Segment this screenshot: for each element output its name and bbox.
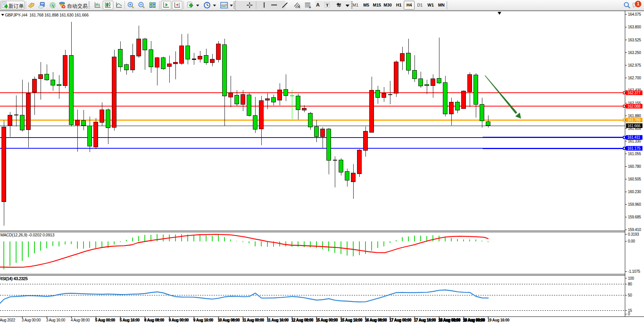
svg-text:159.685: 159.685 <box>628 215 641 219</box>
svg-text:163.250: 163.250 <box>628 51 641 55</box>
svg-text:T: T <box>326 3 329 7</box>
svg-text:159.410: 159.410 <box>628 228 641 232</box>
svg-text:162.975: 162.975 <box>628 63 641 67</box>
svg-text:162.700: 162.700 <box>628 76 641 80</box>
svg-text:161.666: 161.666 <box>628 124 641 128</box>
svg-text:50: 50 <box>628 293 632 297</box>
svg-text:162.088: 162.088 <box>628 104 641 108</box>
svg-text:163.800: 163.800 <box>628 25 641 29</box>
svg-text:160.505: 160.505 <box>628 177 641 181</box>
svg-text:80: 80 <box>628 282 632 286</box>
svg-text:9 Aug 16:00: 9 Aug 16:00 <box>193 318 213 322</box>
svg-text:18 Aug 08:00: 18 Aug 08:00 <box>438 318 460 322</box>
svg-text:11 Aug 00:00: 11 Aug 00:00 <box>242 318 264 322</box>
svg-text:19 Aug 16:00: 19 Aug 16:00 <box>487 318 510 322</box>
svg-text:-1.1075: -1.1075 <box>628 269 641 274</box>
svg-text:0: 0 <box>628 312 630 316</box>
svg-text:162.377: 162.377 <box>628 91 641 95</box>
svg-text:164.075: 164.075 <box>628 12 641 16</box>
svg-text:15 Aug 16:00: 15 Aug 16:00 <box>340 318 362 322</box>
svg-text:5 Aug 16:00: 5 Aug 16:00 <box>120 318 140 322</box>
svg-text:8 Aug 08:00: 8 Aug 08:00 <box>144 318 164 322</box>
svg-text:3 Aug 00:00: 3 Aug 00:00 <box>21 318 41 322</box>
svg-text:159.960: 159.960 <box>628 202 641 207</box>
svg-text:11 Aug 16:00: 11 Aug 16:00 <box>267 318 288 322</box>
svg-text:161.175: 161.175 <box>628 146 641 151</box>
svg-text:GBPJPY-,H4 161.768 161.898 16: GBPJPY-,H4 161.768 161.898 161.630 161.6… <box>5 13 88 17</box>
svg-text:161.880: 161.880 <box>628 114 641 118</box>
svg-text:161.789: 161.789 <box>628 118 641 122</box>
svg-text:161.411: 161.411 <box>628 135 641 139</box>
svg-text:12 Aug 08:00: 12 Aug 08:00 <box>291 318 313 322</box>
svg-text:161.055: 161.055 <box>628 152 641 156</box>
svg-text:17 Aug 16:00: 17 Aug 16:00 <box>414 318 436 322</box>
svg-text:2 Aug 2022: 2 Aug 2022 <box>0 318 15 322</box>
svg-text:16 Aug 08:00: 16 Aug 08:00 <box>365 318 387 322</box>
svg-text:4 Aug 08:00: 4 Aug 08:00 <box>70 318 90 322</box>
svg-text:17 Aug 00:00: 17 Aug 00:00 <box>389 318 411 322</box>
svg-text:100: 100 <box>628 276 634 280</box>
svg-text:E: E <box>298 6 300 8</box>
svg-text:3 Aug 16:00: 3 Aug 16:00 <box>46 318 65 322</box>
svg-text:5 Aug 00:00: 5 Aug 00:00 <box>95 318 115 322</box>
svg-text:RSI(14) 43.2325: RSI(14) 43.2325 <box>0 276 28 281</box>
svg-text:9 Aug 00:00: 9 Aug 00:00 <box>169 318 189 322</box>
svg-text:163.525: 163.525 <box>628 38 641 42</box>
svg-text:0.00: 0.00 <box>628 239 635 243</box>
svg-text:160.780: 160.780 <box>628 164 641 169</box>
svg-text:MACD(12,26,9) -0.0202 0.0913: MACD(12,26,9) -0.0202 0.0913 <box>0 233 54 237</box>
svg-text:0.3193: 0.3193 <box>628 232 639 236</box>
svg-text:F: F <box>310 6 311 9</box>
svg-text:10 Aug 08:00: 10 Aug 08:00 <box>218 318 240 322</box>
svg-text:15 Aug 00:00: 15 Aug 00:00 <box>316 318 338 322</box>
svg-text:19 Aug 00:00: 19 Aug 00:00 <box>463 318 485 322</box>
svg-text:160.230: 160.230 <box>628 190 641 194</box>
